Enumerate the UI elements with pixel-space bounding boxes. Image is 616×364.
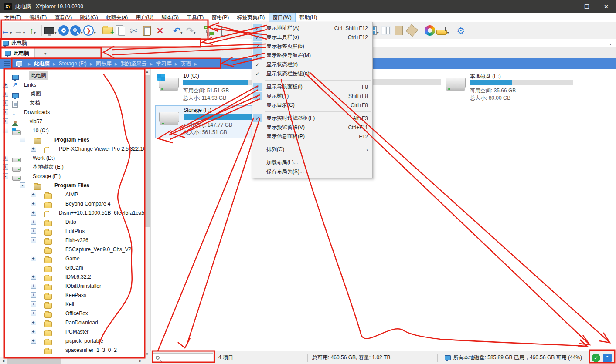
menubar-item-工具(T)[interactable]: 工具(T): [183, 13, 207, 22]
expand-icon[interactable]: +: [31, 192, 36, 197]
highlight-button[interactable]: ▾: [436, 24, 449, 37]
menubar-item-用户(U)[interactable]: 用户(U): [132, 13, 157, 22]
tree-item-PanDownload[interactable]: +PanDownload: [0, 318, 144, 327]
dropdown-arrow-icon[interactable]: ▾: [377, 31, 378, 35]
tree-vertical-scrollbar[interactable]: ▲ ▼: [144, 69, 150, 357]
status-up-button[interactable]: ⌃: [603, 354, 612, 362]
menubar-item-跳转(G)[interactable]: 跳转(G): [76, 13, 101, 22]
expand-icon[interactable]: +: [31, 201, 36, 206]
menu-item-显示状态栏按钮(n)[interactable]: ✓显示状态栏按钮(n): [252, 69, 372, 78]
dropdown-arrow-icon[interactable]: ▾: [180, 31, 182, 35]
rotate-pane-button[interactable]: [405, 24, 419, 37]
expand-icon[interactable]: +: [31, 256, 36, 261]
drive-tile-本地磁盘 (E:)[interactable]: 本地磁盘 (E:)可用空间: 35.66 GB总大小: 60.00 GB: [442, 71, 593, 104]
expand-icon[interactable]: +: [31, 283, 36, 289]
tree-item-Links[interactable]: +↗Links: [0, 80, 144, 89]
status-ok-button[interactable]: ✓: [592, 354, 600, 362]
tree-item-AIMP[interactable]: +AIMP: [0, 190, 144, 199]
menubar-item-标签页集(B)[interactable]: 标签页集(B): [233, 13, 268, 22]
minimize-button[interactable]: ─: [557, 0, 577, 13]
tree-item-GitCam[interactable]: GitCam: [0, 263, 144, 272]
tree-item-spacesniffer_1_3_0_2[interactable]: spacesniffer_1_3_0_2: [0, 345, 144, 354]
tree-item-Game[interactable]: +Game: [0, 254, 144, 263]
breadcrumb-item-学习库[interactable]: 学习库: [156, 61, 172, 67]
desktop-button[interactable]: ▾: [44, 24, 57, 37]
scroll-left-icon[interactable]: ◀: [0, 359, 6, 363]
menu-item-排列(G)[interactable]: 排列(G)›: [252, 145, 372, 154]
menu-item-显示预览窗格(V)[interactable]: 显示预览窗格(V)Ctrl+F11: [252, 123, 372, 132]
tree-item-vip57[interactable]: +vip57: [0, 117, 144, 126]
expand-icon[interactable]: +: [31, 274, 36, 280]
chevron-down-icon[interactable]: ⌄: [609, 40, 613, 46]
delete-button[interactable]: ✕: [153, 24, 167, 37]
expand-icon[interactable]: +: [31, 338, 36, 344]
scroll-down-icon[interactable]: ▼: [144, 352, 150, 356]
menu-item-显示地址栏(A)[interactable]: ✓显示地址栏(A)Ctrl+Shift+F12: [252, 24, 372, 33]
menu-item-显示标签页栏(b)[interactable]: ✓显示标签页栏(b): [252, 42, 372, 51]
panel-bracket-button[interactable]: [: [215, 24, 228, 37]
expand-icon[interactable]: +: [31, 146, 36, 152]
tree-horizontal-scrollbar[interactable]: ◀ ▶: [0, 357, 150, 364]
live-filter-box[interactable]: [153, 353, 213, 363]
settings-button[interactable]: ⚙: [454, 24, 467, 37]
menubar-item-文件(F)[interactable]: 文件(F): [1, 13, 25, 22]
menu-item-显示目录(C)[interactable]: 显示目录(C)Ctrl+F8: [252, 101, 372, 110]
tree-item-本地磁盘 (E:)[interactable]: +本地磁盘 (E:): [0, 162, 144, 172]
menubar-item-脚本(S)[interactable]: 脚本(S): [158, 13, 182, 22]
collapse-icon[interactable]: -: [3, 173, 8, 179]
new-folder-button[interactable]: [101, 24, 114, 37]
collapse-icon[interactable]: -: [20, 182, 25, 188]
tree-item-Ditto[interactable]: +Ditto: [0, 217, 144, 226]
menu-item-显示状态栏(r)[interactable]: ✓显示状态栏(r): [252, 60, 372, 69]
tree-item-OfficeBox[interactable]: +OfficeBox: [0, 309, 144, 318]
menu-item-保存布局为(S)...[interactable]: 保存布局为(S)...: [252, 167, 372, 176]
undo-button[interactable]: ↶▾: [171, 24, 184, 37]
color-filter-button[interactable]: [423, 24, 436, 37]
expand-icon[interactable]: +: [3, 164, 8, 170]
breadcrumb-item-此电脑[interactable]: 此电脑: [34, 61, 50, 67]
menubar-item-窗格(P)[interactable]: 窗格(P): [208, 13, 232, 22]
expand-icon[interactable]: +: [31, 320, 36, 325]
expand-icon[interactable]: +: [3, 155, 8, 161]
dropdown-arrow-icon[interactable]: ▾: [94, 31, 95, 35]
expand-icon[interactable]: +: [3, 109, 8, 115]
menu-item-显示路径导航栏(M)[interactable]: ✓显示路径导航栏(M): [252, 51, 372, 60]
dropdown-arrow-icon[interactable]: ▾: [194, 31, 195, 35]
paste-button[interactable]: [140, 24, 153, 37]
breadcrumb-item-同步库[interactable]: 同步库: [96, 61, 112, 67]
tree-item-Dism++10.1.1000.51B_6feef5fa1ea53930ecd1f2f118a[interactable]: +Dism++10.1.1000.51B_6feef5fa1ea53930ecd…: [0, 208, 144, 217]
maximize-button[interactable]: ☐: [577, 0, 596, 13]
menubar-item-帮助(H)[interactable]: 帮助(H): [296, 13, 321, 22]
tree-item-KeePass[interactable]: +KeePass: [0, 290, 144, 300]
tree-item-Storage (F:)[interactable]: -Storage (F:): [0, 172, 144, 181]
expand-icon[interactable]: +: [31, 237, 36, 243]
tree-item-10 (C:)[interactable]: -10 (C:): [0, 126, 144, 135]
expand-icon[interactable]: +: [3, 82, 8, 88]
expand-icon[interactable]: +: [31, 292, 36, 298]
collapse-icon[interactable]: -: [3, 128, 8, 133]
tree-item-Program Files[interactable]: -Program Files: [0, 135, 144, 144]
dropdown-arrow-icon[interactable]: ▾: [23, 31, 25, 35]
tree-item-Program Files[interactable]: -Program Files: [0, 181, 144, 190]
tab-list-dropdown-icon[interactable]: ▾: [44, 51, 47, 58]
tree-item-PCMaster[interactable]: +PCMaster: [0, 327, 144, 336]
copy-button[interactable]: [114, 24, 127, 37]
tree-item-IDM.6.32.2[interactable]: +IDM.6.32.2: [0, 272, 144, 281]
expand-icon[interactable]: +: [3, 100, 8, 106]
menu-item-显示实时过滤器框(F)[interactable]: ✓显示实时过滤器框(F)Alt+F3: [252, 114, 372, 123]
tree-item-PDF-XChange Viewer Pro 2.5.322.10[interactable]: +PDF-XChange Viewer Pro 2.5.322.10: [0, 144, 144, 153]
tree-item-Work (D:)[interactable]: +Work (D:): [0, 153, 144, 162]
menu-item-显示信息面板(P)[interactable]: 显示信息面板(P)F12: [252, 132, 372, 141]
tree-item-此电脑[interactable]: 此电脑: [0, 71, 144, 80]
go-button[interactable]: ❯▾: [83, 24, 96, 37]
collapse-icon[interactable]: -: [20, 137, 25, 142]
menu-item-显示工具栏(o)[interactable]: ✓显示工具栏(o)Ctrl+F12: [252, 33, 372, 42]
expand-icon[interactable]: +: [31, 310, 36, 316]
forward-button[interactable]: →▾: [13, 24, 26, 37]
scroll-up-icon[interactable]: ▲: [144, 70, 150, 74]
dropdown-arrow-icon[interactable]: ▾: [34, 31, 36, 35]
expand-icon[interactable]: +: [31, 219, 36, 225]
tree-item-picpick_portable[interactable]: +picpick_portable: [0, 336, 144, 345]
tree-item-文档[interactable]: +文档: [0, 98, 144, 108]
up-button[interactable]: ↑▾: [26, 24, 39, 37]
